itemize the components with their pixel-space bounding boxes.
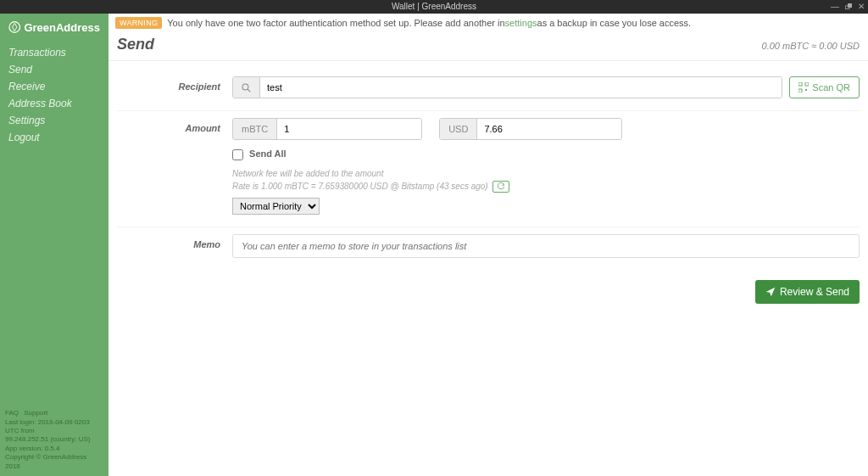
- search-icon[interactable]: [233, 77, 260, 98]
- amount-usd-unit: USD: [440, 119, 477, 139]
- amount-btc-unit: mBTC: [233, 119, 277, 139]
- sidebar-item-addressbook[interactable]: Address Book: [0, 95, 108, 112]
- svg-rect-3: [798, 82, 802, 86]
- footer-copyright: Copyright © GreenAddress 2018: [5, 453, 103, 471]
- actions: Review & Send: [108, 270, 868, 314]
- qr-icon: [798, 82, 809, 92]
- memo-input[interactable]: [232, 234, 860, 258]
- footer-lastlogin-1: Last login: 2018-04-09 0203 UTC from: [5, 418, 103, 436]
- warning-text-after: as a backup in case you lose access.: [537, 18, 692, 28]
- review-send-label: Review & Send: [780, 286, 849, 298]
- brand: GreenAddress: [0, 14, 108, 41]
- sendall-wrap: Send All: [232, 148, 860, 160]
- rate-note: Rate is 1.000 mBTC = 7.659380000 USD @ B…: [232, 182, 488, 191]
- window-titlebar: Wallet | GreenAddress — ⮻ ✕: [0, 0, 868, 14]
- brand-label: GreenAddress: [24, 21, 100, 34]
- amount-usd-input[interactable]: [477, 119, 621, 139]
- warning-settings-link[interactable]: settings: [505, 18, 537, 28]
- footer-link-faq[interactable]: FAQ: [5, 409, 19, 417]
- row-amount: Amount mBTC USD Send Al: [117, 111, 860, 227]
- amount-btc-input[interactable]: [277, 119, 421, 139]
- footer-version: App version: 0.5.4: [5, 445, 103, 453]
- recipient-input-group: [232, 76, 782, 98]
- amount-btc-group: mBTC: [232, 118, 422, 140]
- main: WARNING You only have one two factor aut…: [108, 14, 868, 476]
- scan-qr-label: Scan QR: [812, 82, 850, 92]
- amount-usd-group: USD: [439, 118, 622, 140]
- sidebar-item-transactions[interactable]: Transactions: [0, 44, 108, 61]
- sendall-checkbox[interactable]: [232, 149, 243, 160]
- balance-display: 0.00 mBTC ≈ 0.00 USD: [762, 41, 860, 51]
- refresh-icon: [497, 182, 505, 191]
- window-maximize-icon[interactable]: ⮻: [844, 0, 853, 14]
- sidebar-item-settings[interactable]: Settings: [0, 112, 108, 129]
- sidebar-item-send[interactable]: Send: [0, 61, 108, 78]
- svg-rect-4: [805, 82, 809, 86]
- sidebar-item-logout[interactable]: Logout: [0, 129, 108, 146]
- row-recipient: Recipient Scan QR: [117, 70, 860, 111]
- page-heading: Send 0.00 mBTC ≈ 0.00 USD: [108, 32, 868, 61]
- review-send-button[interactable]: Review & Send: [755, 280, 860, 304]
- window-minimize-icon[interactable]: —: [831, 0, 839, 14]
- amount-label: Amount: [117, 118, 232, 133]
- row-memo: Memo: [117, 227, 860, 270]
- sidebar: GreenAddress Transactions Send Receive A…: [0, 14, 108, 476]
- warning-text-before: You only have one two factor authenticat…: [167, 18, 504, 28]
- scan-qr-button[interactable]: Scan QR: [789, 76, 860, 98]
- window-close-icon[interactable]: ✕: [858, 0, 865, 14]
- send-icon: [765, 287, 776, 297]
- logo-icon: [8, 20, 20, 34]
- window-title: Wallet | GreenAddress: [392, 2, 476, 11]
- sendall-label: Send All: [249, 148, 287, 159]
- svg-line-2: [248, 89, 250, 92]
- sidebar-footer: FAQ Support Last login: 2018-04-09 0203 …: [0, 404, 108, 476]
- footer-lastlogin-2: 99.248.252.51 (country: US): [5, 435, 103, 444]
- memo-label: Memo: [117, 234, 232, 249]
- page-title: Send: [117, 36, 154, 53]
- warning-badge: WARNING: [115, 17, 162, 29]
- sidebar-item-receive[interactable]: Receive: [0, 78, 108, 95]
- refresh-rate-button[interactable]: [492, 181, 509, 193]
- recipient-input[interactable]: [260, 77, 782, 98]
- svg-rect-6: [805, 89, 807, 91]
- fee-note: Network fee will be added to the amount: [232, 167, 860, 180]
- priority-select[interactable]: Normal Priority: [232, 198, 320, 215]
- footer-link-support[interactable]: Support: [24, 409, 47, 417]
- svg-point-1: [242, 84, 248, 90]
- svg-rect-5: [798, 89, 802, 92]
- recipient-label: Recipient: [117, 76, 232, 92]
- sidebar-nav: Transactions Send Receive Address Book S…: [0, 41, 108, 149]
- window-controls: — ⮻ ✕: [831, 0, 865, 14]
- warning-banner: WARNING You only have one two factor aut…: [108, 14, 868, 32]
